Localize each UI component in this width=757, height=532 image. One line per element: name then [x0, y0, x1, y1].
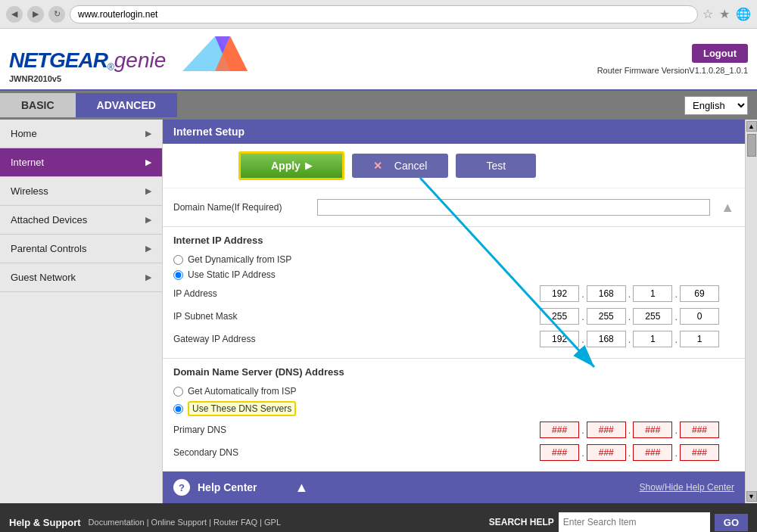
sidebar-arrow-attached: ▶ [145, 215, 151, 225]
main-layout: Home ▶ Internet ▶ Wireless ▶ Attached De… [0, 120, 757, 503]
sidebar-item-internet[interactable]: Internet ▶ [0, 148, 162, 177]
ip-address-row: IP Address . . . [173, 282, 734, 305]
ip-subnet-fields: . . . [540, 308, 734, 325]
sidebar-label-attached-devices: Attached Devices [11, 214, 87, 226]
get-dynamic-row: Get Dynamically from ISP [173, 252, 734, 267]
forward-button[interactable]: ▶ [27, 6, 44, 23]
use-static-row: Use Static IP Address [173, 267, 734, 282]
apply-button[interactable]: Apply ▶ [238, 151, 344, 180]
tab-basic[interactable]: BASIC [0, 93, 76, 117]
gpl-link[interactable]: GPL [264, 518, 281, 527]
sidebar-item-home[interactable]: Home ▶ [0, 120, 162, 148]
gateway-oct1[interactable] [540, 331, 579, 347]
get-dynamic-radio[interactable] [173, 255, 183, 265]
secondary-dns-oct4[interactable] [680, 444, 719, 461]
dns-these-radio[interactable] [173, 404, 183, 414]
cancel-label: Cancel [394, 160, 428, 172]
sidebar: Home ▶ Internet ▶ Wireless ▶ Attached De… [0, 120, 163, 503]
model-text: JWNR2010v5 [9, 74, 249, 83]
go-button[interactable]: GO [715, 514, 748, 531]
sidebar-label-guest-network: Guest Network [11, 272, 76, 283]
tab-advanced[interactable]: ADVANCED [76, 93, 177, 117]
documentation-link[interactable]: Documentation [89, 518, 145, 527]
scroll-up-arrow[interactable]: ▲ [746, 121, 757, 132]
content-area: Internet Setup Apply ▶ ✕ [163, 120, 745, 503]
browser-bar: ◀ ▶ ↻ ☆ ★ 🌐 [0, 0, 757, 29]
gateway-oct2[interactable] [587, 331, 626, 347]
gateway-oct3[interactable] [633, 331, 672, 347]
help-support-label: Help & Support [9, 517, 81, 528]
scroll-thumb[interactable] [747, 134, 756, 157]
sidebar-arrow-parental: ▶ [145, 244, 151, 254]
sidebar-item-attached-devices[interactable]: Attached Devices ▶ [0, 206, 162, 235]
star-icon: ★ [719, 7, 730, 21]
dns-auto-radio[interactable] [173, 387, 183, 397]
use-static-label: Use Static IP Address [188, 269, 276, 280]
primary-dns-label: Primary DNS [173, 425, 325, 435]
secondary-dns-row: Secondary DNS . . . [173, 441, 734, 464]
dns-auto-row: Get Automatically from ISP [173, 384, 734, 399]
back-button[interactable]: ◀ [6, 6, 23, 23]
ip-oct4[interactable] [680, 285, 719, 302]
ip-oct3[interactable] [633, 285, 672, 302]
secondary-dns-oct3[interactable] [633, 444, 672, 461]
domain-name-input[interactable] [317, 199, 710, 216]
scroll-down-arrow[interactable]: ▼ [746, 491, 757, 502]
primary-dns-oct4[interactable] [680, 422, 719, 438]
language-select[interactable]: English Español Français Deutsch [684, 96, 748, 115]
dns-these-row: Use These DNS Servers [173, 399, 734, 418]
search-input[interactable] [559, 512, 710, 532]
gateway-row: Gateway IP Address . . . [173, 328, 734, 350]
reload-button[interactable]: ↻ [48, 6, 65, 23]
sidebar-item-parental-controls[interactable]: Parental Controls ▶ [0, 235, 162, 263]
gateway-fields: . . . [540, 331, 734, 347]
ip-oct1[interactable] [540, 285, 579, 302]
subnet-oct3[interactable] [633, 308, 672, 325]
primary-dns-oct1[interactable] [540, 422, 579, 438]
primary-dns-oct3[interactable] [633, 422, 672, 438]
logout-button[interactable]: Logout [692, 44, 748, 63]
support-links: Documentation | Online Support | Router … [89, 518, 281, 527]
secondary-dns-oct2[interactable] [587, 444, 626, 461]
help-expand-icon[interactable]: ▲ [295, 480, 309, 496]
action-bar: Apply ▶ ✕ Cancel Test [163, 144, 745, 188]
cancel-button[interactable]: ✕ Cancel [352, 154, 448, 178]
nav-tabs: BASIC ADVANCED English Español Français … [0, 91, 757, 120]
use-static-radio[interactable] [173, 270, 183, 280]
domain-name-row: Domain Name(If Required) ▲ [173, 196, 734, 219]
scroll-up-icon: ▲ [721, 200, 734, 216]
scrollbar: ▲ ▼ [745, 120, 757, 503]
online-support-link[interactable]: Online Support [151, 518, 207, 527]
gateway-oct4[interactable] [680, 331, 719, 347]
sidebar-label-home: Home [11, 128, 37, 139]
dns-title: Domain Name Server (DNS) Address [173, 366, 734, 378]
bookmark-icon: ☆ [702, 7, 713, 21]
address-bar[interactable] [70, 5, 698, 23]
help-center: ? Help Center ▲ Show/Hide Help Center [163, 471, 745, 503]
sidebar-item-guest-network[interactable]: Guest Network ▶ [0, 263, 162, 292]
ip-subnet-row: IP Subnet Mask . . . [173, 305, 734, 328]
show-hide-link[interactable]: Show/Hide Help Center [640, 482, 734, 493]
domain-name-section: Domain Name(If Required) ▲ [163, 188, 745, 227]
header: NETGEAR ® genie JWNR2010v5 Logout Router… [0, 29, 757, 91]
internet-ip-section: Internet IP Address Get Dynamically from… [163, 227, 745, 359]
secondary-dns-label: Secondary DNS [173, 447, 325, 458]
dns-auto-label: Get Automatically from ISP [188, 386, 296, 397]
content-header: Internet Setup [163, 120, 745, 144]
secondary-dns-oct1[interactable] [540, 444, 579, 461]
router-faq-link[interactable]: Router FAQ [213, 518, 257, 527]
ip-oct2[interactable] [587, 285, 626, 302]
header-right: Logout Router Firmware VersionV1.1.0.28_… [597, 44, 748, 75]
bottom-bar: Help & Support Documentation | Online Su… [0, 503, 757, 532]
ip-subnet-label: IP Subnet Mask [173, 311, 325, 322]
subnet-oct4[interactable] [680, 308, 719, 325]
primary-dns-oct2[interactable] [587, 422, 626, 438]
apply-label: Apply [271, 160, 301, 172]
sidebar-item-wireless[interactable]: Wireless ▶ [0, 177, 162, 206]
subnet-oct1[interactable] [540, 308, 579, 325]
subnet-oct2[interactable] [587, 308, 626, 325]
logo-section: NETGEAR ® genie [9, 35, 249, 73]
help-center-title: Help Center [198, 481, 257, 493]
test-button[interactable]: Test [456, 154, 536, 178]
browser-icons: ☆ ★ 🌐 [702, 7, 751, 21]
